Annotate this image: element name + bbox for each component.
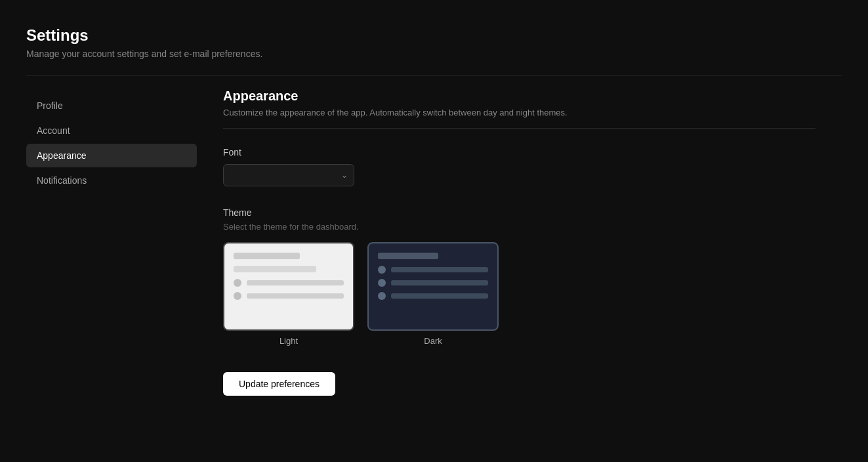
- theme-sublabel: Select the theme for the dashboard.: [223, 222, 816, 232]
- dark-circle-1: [378, 266, 386, 274]
- dark-row-3: [378, 292, 488, 300]
- sidebar-item-label-notifications: Notifications: [37, 175, 87, 186]
- page-title: Settings: [26, 26, 842, 45]
- dark-circle-2: [378, 279, 386, 287]
- light-row-1: [234, 279, 344, 287]
- theme-option-light[interactable]: Light: [223, 242, 354, 346]
- sidebar-item-appearance[interactable]: Appearance: [26, 144, 197, 167]
- theme-options: Light: [223, 242, 816, 346]
- sidebar-item-profile[interactable]: Profile: [26, 94, 197, 117]
- light-bar-1: [234, 253, 300, 259]
- sidebar-item-label-appearance: Appearance: [37, 150, 87, 161]
- page-header: Settings Manage your account settings an…: [26, 26, 842, 59]
- dark-circle-3: [378, 292, 386, 300]
- content-area: Profile Account Appearance Notifications…: [26, 75, 842, 462]
- light-row-2: [234, 292, 344, 300]
- sidebar: Profile Account Appearance Notifications: [26, 89, 197, 462]
- light-circle-1: [234, 279, 241, 287]
- dark-header: [378, 253, 438, 259]
- sidebar-item-account[interactable]: Account: [26, 119, 197, 142]
- section-divider: [223, 128, 816, 129]
- section-header: Appearance Customize the appearance of t…: [223, 89, 816, 117]
- theme-option-dark[interactable]: Dark: [367, 242, 499, 346]
- dark-row-bar-3: [391, 293, 488, 299]
- font-select-wrapper: ⌄: [223, 164, 354, 186]
- page-container: Settings Manage your account settings an…: [0, 0, 868, 462]
- font-section: Font ⌄: [223, 147, 816, 186]
- section-title: Appearance: [223, 89, 816, 104]
- font-label: Font: [223, 147, 816, 158]
- light-row-bar-1: [247, 280, 344, 285]
- dark-row-2: [378, 279, 488, 287]
- page-subtitle: Manage your account settings and set e-m…: [26, 49, 842, 59]
- sidebar-item-label-profile: Profile: [37, 100, 63, 111]
- theme-name-dark: Dark: [424, 336, 442, 346]
- light-circle-2: [234, 292, 241, 300]
- font-select[interactable]: [223, 164, 354, 186]
- sidebar-item-notifications[interactable]: Notifications: [26, 169, 197, 192]
- dark-row-bar-1: [391, 267, 488, 272]
- light-row-bar-2: [247, 293, 344, 299]
- update-preferences-button[interactable]: Update preferences: [223, 372, 335, 396]
- theme-section: Theme Select the theme for the dashboard…: [223, 207, 816, 346]
- sidebar-item-label-account: Account: [37, 125, 70, 136]
- section-description: Customize the appearance of the app. Aut…: [223, 108, 816, 117]
- light-bar-2: [234, 266, 316, 272]
- dark-row-bar-2: [391, 280, 488, 285]
- theme-card-dark: [367, 242, 499, 331]
- theme-name-light: Light: [279, 336, 298, 346]
- theme-card-light: [223, 242, 354, 331]
- main-content: Appearance Customize the appearance of t…: [197, 89, 842, 462]
- dark-row-1: [378, 266, 488, 274]
- theme-label: Theme: [223, 207, 816, 218]
